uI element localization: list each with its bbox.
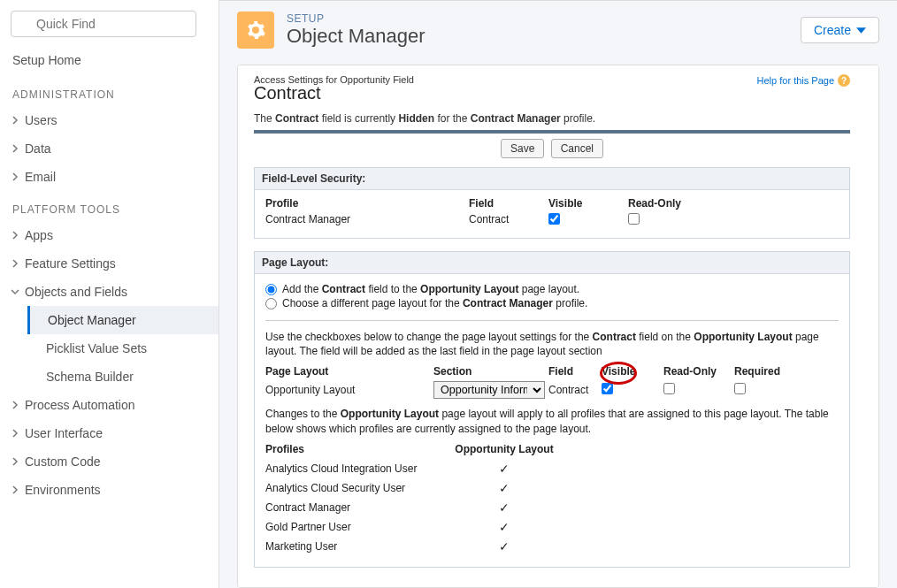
profile-name: Marketing User — [265, 540, 442, 553]
page-layout-title: Page Layout: — [255, 252, 849, 274]
nav-apps[interactable]: Apps — [0, 221, 218, 249]
pl-col-field: Field — [548, 365, 602, 378]
quickfind-input[interactable] — [11, 11, 196, 37]
nav-email[interactable]: Email — [0, 163, 218, 191]
create-button[interactable]: Create — [801, 17, 879, 43]
profile-row: Analytics Cloud Security User✓ — [265, 478, 839, 498]
profile-name: Analytics Cloud Security User — [265, 482, 442, 494]
page-layout-section: Page Layout: Add the Contract field to t… — [254, 251, 850, 568]
pl-col-visible: Visible — [602, 365, 663, 378]
nav-objects-and-fields[interactable]: Objects and Fields — [0, 278, 218, 306]
nav-feature-settings[interactable]: Feature Settings — [0, 249, 218, 278]
nav-schema-builder[interactable]: Schema Builder — [28, 363, 218, 391]
sidebar: Setup Home ADMINISTRATION Users Data Ema… — [0, 0, 219, 588]
pl-col-required: Required — [734, 365, 805, 378]
pl-field-value: Contract — [548, 384, 602, 396]
nav-environments[interactable]: Environments — [0, 476, 218, 504]
profile-assigned-check: ✓ — [442, 462, 566, 476]
pl-col-section: Section — [433, 365, 548, 378]
fls-section: Field-Level Security: Profile Field Visi… — [254, 167, 850, 239]
radio-choose-layout[interactable]: Choose a different page layout for the C… — [265, 297, 839, 309]
nav-users[interactable]: Users — [0, 106, 218, 134]
profile-name: Contract Manager — [265, 501, 442, 514]
nav-item-label: Data — [25, 141, 51, 156]
chevron-right-icon — [11, 259, 19, 268]
pl-note1: Use the checkboxes below to change the p… — [265, 330, 839, 358]
chevron-down-icon — [11, 287, 19, 296]
nav-custom-code[interactable]: Custom Code — [0, 447, 218, 476]
pl-note2: Changes to the Opportunity Layout page l… — [265, 407, 839, 435]
pl-readonly-checkbox[interactable] — [663, 383, 675, 394]
profile-assigned-check: ✓ — [442, 520, 566, 534]
main-header: SETUP Object Manager Create — [219, 1, 897, 59]
profile-assigned-check: ✓ — [442, 500, 566, 515]
chevron-right-icon — [11, 144, 19, 153]
chevron-right-icon — [11, 429, 19, 438]
nav-section-platform: PLATFORM TOOLS — [0, 191, 218, 221]
fls-col-field: Field — [469, 197, 548, 210]
save-button[interactable]: Save — [501, 139, 544, 158]
fls-section-title: Field-Level Security: — [255, 168, 849, 190]
help-link[interactable]: Help for this Page — [757, 75, 834, 86]
nav-item-label: Object Manager — [48, 313, 136, 327]
svg-marker-2 — [856, 27, 866, 34]
fls-col-readonly: Read-Only — [628, 197, 708, 210]
main: SETUP Object Manager Create Access Setti… — [219, 0, 897, 588]
profile-assigned-check: ✓ — [442, 539, 566, 554]
fls-readonly-checkbox[interactable] — [628, 213, 640, 225]
chevron-right-icon — [11, 116, 19, 125]
fls-field-value: Contract — [469, 213, 548, 227]
profile-row: Analytics Cloud Integration User✓ — [265, 459, 839, 478]
nav-item-label: Users — [25, 113, 58, 127]
section-select[interactable]: Opportunity Information — [433, 381, 545, 399]
fls-visible-checkbox[interactable] — [548, 213, 560, 225]
pl-col-readonly: Read-Only — [663, 365, 734, 378]
divider — [265, 320, 839, 321]
nav-section-admin: ADMINISTRATION — [0, 76, 218, 106]
chevron-right-icon — [11, 172, 19, 181]
nav-item-label: Email — [25, 170, 56, 184]
page-title: Contract — [254, 83, 414, 103]
triangle-down-icon — [856, 26, 866, 35]
help-icon[interactable]: ? — [838, 74, 850, 87]
status-line: The Contract field is currently Hidden f… — [254, 112, 850, 125]
fls-col-profile: Profile — [265, 197, 469, 210]
nav-process-automation[interactable]: Process Automation — [0, 391, 218, 419]
prof-col-profiles: Profiles — [265, 443, 442, 455]
nav-item-label: Apps — [25, 228, 53, 242]
profile-row: Contract Manager✓ — [265, 498, 839, 517]
pl-required-checkbox[interactable] — [734, 383, 746, 394]
nav-item-label: Environments — [25, 483, 101, 497]
nav-item-label: Process Automation — [25, 398, 135, 412]
content-panel[interactable]: Access Settings for Opportunity Field Co… — [237, 65, 879, 588]
fls-col-visible: Visible — [548, 197, 628, 210]
radio-add-field[interactable]: Add the Contract field to the Opportunit… — [265, 283, 839, 295]
radio-choose-layout-input[interactable] — [265, 298, 277, 309]
prof-col-layout: Opportunity Layout — [442, 443, 566, 455]
create-button-label: Create — [814, 23, 851, 37]
radio-add-field-input[interactable] — [265, 284, 277, 295]
divider — [254, 130, 850, 134]
nav-item-label: Schema Builder — [46, 370, 134, 384]
nav-data[interactable]: Data — [0, 134, 218, 163]
nav-item-label: Custom Code — [25, 454, 101, 469]
nav-object-manager[interactable]: Object Manager — [27, 306, 218, 334]
fls-profile-value: Contract Manager — [265, 213, 469, 227]
nav-item-label: Objects and Fields — [25, 285, 127, 299]
nav-picklist-value-sets[interactable]: Picklist Value Sets — [28, 334, 218, 363]
profile-row: Marketing User✓ — [265, 537, 839, 556]
profile-row: Gold Partner User✓ — [265, 517, 839, 537]
nav-item-label: Picklist Value Sets — [46, 341, 147, 355]
pl-visible-checkbox[interactable] — [602, 383, 613, 394]
nav-item-label: Feature Settings — [25, 256, 116, 271]
cancel-button[interactable]: Cancel — [551, 139, 603, 158]
chevron-right-icon — [11, 401, 19, 409]
nav-setup-home[interactable]: Setup Home — [0, 44, 218, 76]
chevron-right-icon — [11, 457, 19, 466]
profile-name: Gold Partner User — [265, 521, 442, 533]
profile-name: Analytics Cloud Integration User — [265, 462, 442, 475]
gear-icon — [237, 11, 274, 49]
nav-user-interface[interactable]: User Interface — [0, 419, 218, 447]
pl-layout-value: Opportunity Layout — [265, 384, 433, 396]
profile-assigned-check: ✓ — [442, 481, 566, 495]
